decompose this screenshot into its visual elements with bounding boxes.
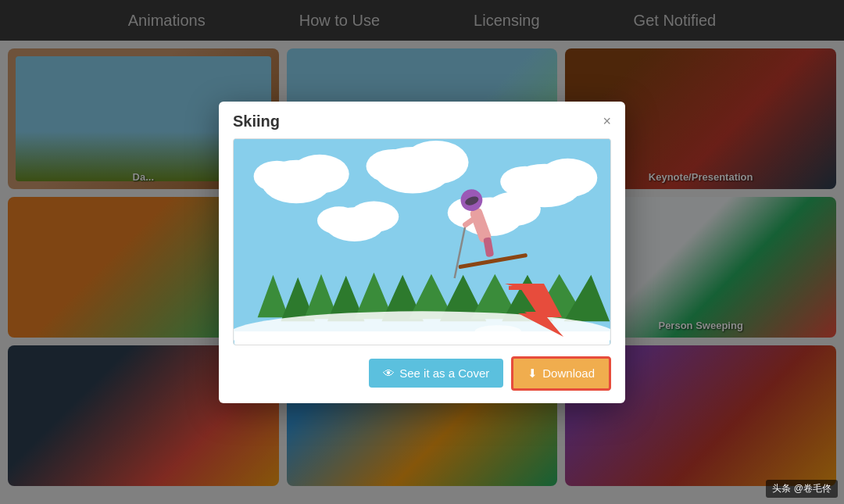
modal-title: Skiing xyxy=(233,113,280,130)
modal-header: Skiing × xyxy=(219,102,625,138)
download-button[interactable]: ⬇ Download xyxy=(511,356,611,391)
svg-point-37 xyxy=(474,325,521,338)
svg-rect-29 xyxy=(234,331,610,345)
modal-close-button[interactable]: × xyxy=(603,114,611,128)
skiing-modal: Skiing × xyxy=(219,102,625,403)
modal-overlay: Skiing × xyxy=(0,0,844,504)
download-icon: ⬇ xyxy=(528,366,538,381)
svg-point-14 xyxy=(486,191,540,226)
download-label: Download xyxy=(542,366,595,380)
see-cover-label: See it as a Cover xyxy=(399,366,489,380)
see-as-cover-button[interactable]: 👁 See it as a Cover xyxy=(369,359,503,388)
modal-footer: 👁 See it as a Cover ⬇ Download xyxy=(219,345,625,403)
svg-point-12 xyxy=(317,206,361,234)
svg-point-3 xyxy=(254,160,301,191)
skiing-illustration xyxy=(233,138,611,345)
watermark: 头条 @卷毛佟 xyxy=(766,480,838,498)
ski-scene-svg xyxy=(234,139,610,345)
eye-icon: 👁 xyxy=(383,366,395,380)
svg-point-6 xyxy=(367,148,420,183)
